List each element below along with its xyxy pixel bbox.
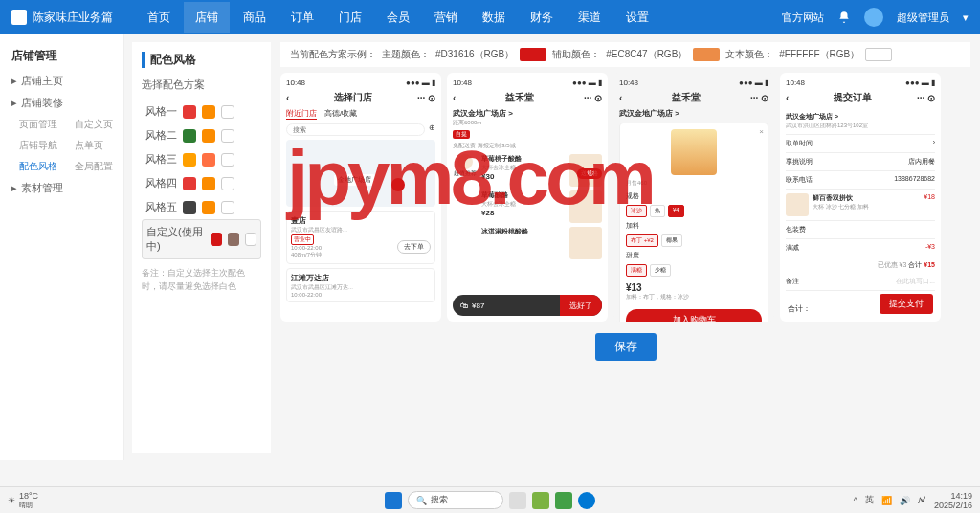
- save-button[interactable]: 保存: [595, 333, 657, 361]
- preview-phone-3: 10:48●●● ▬ ▮ ‹益禾堂··· ⊙ 武汉金地广场店 > × 月售460…: [613, 73, 774, 322]
- sidebar-title: 店铺管理: [0, 42, 123, 70]
- aux-swatch: [693, 48, 720, 61]
- scheme-note: 备注：自定义选择主次配色时，请尽量避免选择白色: [142, 267, 261, 293]
- nav-营销[interactable]: 营销: [423, 2, 469, 33]
- scheme-label: 选择配色方案: [142, 78, 261, 92]
- nav-店铺[interactable]: 店铺: [184, 2, 230, 33]
- theme-swatch: [520, 48, 546, 61]
- nav-会员[interactable]: 会员: [375, 2, 421, 33]
- sidebar-item[interactable]: 页面管理自定义页: [0, 114, 123, 135]
- taskbar-search[interactable]: 🔍搜索: [408, 491, 503, 509]
- nav-财务[interactable]: 财务: [519, 2, 565, 33]
- color-bar: 当前配色方案示例： 主题颜色：#D31616（RGB） 辅助颜色：#EC8C47…: [280, 42, 970, 67]
- sidebar-group[interactable]: ▸ 素材管理: [0, 177, 123, 199]
- tray-wifi-icon[interactable]: 📶: [881, 496, 892, 505]
- add-cart-button[interactable]: 加入购物车: [626, 309, 762, 322]
- preview-phone-2: 10:48●●● ▬ ▮ ‹益禾堂··· ⊙ 武汉金地广场店 > 距离6000m…: [447, 73, 608, 322]
- edge-icon[interactable]: [578, 492, 595, 509]
- sidebar-group[interactable]: ▸ 店铺装修: [0, 92, 123, 114]
- submit-pay-button[interactable]: 提交支付: [880, 294, 933, 314]
- scheme-风格五[interactable]: 风格五: [142, 195, 261, 219]
- nav-门店[interactable]: 门店: [327, 2, 373, 33]
- scheme-风格二[interactable]: 风格二: [142, 123, 261, 147]
- windows-icon[interactable]: [385, 492, 402, 509]
- tray-volume-icon[interactable]: 🔊: [900, 496, 910, 505]
- scheme-自定义[interactable]: 自定义(使用中): [142, 219, 261, 259]
- top-nav: 首页店铺商品订单门店会员营销数据财务渠道设置: [136, 2, 660, 33]
- preview-phone-1: 10:48●●● ▬ ▮ ‹选择门店··· ⊙ 附近门店高德/收藏 ⊕ 金地广场…: [280, 73, 441, 322]
- order-button[interactable]: 去下单: [397, 240, 431, 254]
- nav-商品[interactable]: 商品: [232, 2, 278, 33]
- official-site-link[interactable]: 官方网站: [782, 11, 824, 25]
- tray-chevron-icon[interactable]: ^: [854, 496, 858, 505]
- tray-ime-icon[interactable]: 英: [865, 494, 874, 506]
- scheme-风格四[interactable]: 风格四: [142, 171, 261, 195]
- sidebar-item[interactable]: 配色风格全局配置: [0, 156, 123, 177]
- scheme-风格一[interactable]: 风格一: [142, 100, 261, 123]
- preview-phone-4: 10:48●●● ▬ ▮ ‹提交订单··· ⊙ 武汉金地广场店 >武汉市洪山区团…: [780, 73, 941, 322]
- target-icon[interactable]: ⊕: [429, 123, 435, 136]
- text-swatch: [865, 48, 892, 61]
- map-pin-icon: [391, 178, 405, 191]
- page-title: 配色风格: [142, 52, 261, 68]
- nav-订单[interactable]: 订单: [279, 2, 325, 33]
- user-role: 超级管理员: [897, 11, 949, 25]
- search-input[interactable]: [286, 123, 425, 136]
- nav-首页[interactable]: 首页: [136, 2, 182, 33]
- tray-battery-icon[interactable]: 🗲: [918, 496, 926, 505]
- app-icon[interactable]: [532, 492, 549, 509]
- app-logo: 陈家味庄业务篇: [11, 10, 113, 26]
- taskbar: ☀18°C晴朗 🔍搜索 ^ 英 📶 🔊 🗲 14:192025/2/16: [0, 486, 980, 513]
- checkout-button[interactable]: 选好了: [560, 295, 602, 316]
- sidebar-group[interactable]: ▸ 店铺主页: [0, 70, 123, 92]
- app-icon[interactable]: [509, 492, 526, 509]
- avatar[interactable]: [864, 8, 883, 27]
- app-icon[interactable]: [555, 492, 572, 509]
- bell-icon[interactable]: [837, 11, 851, 24]
- nav-数据[interactable]: 数据: [471, 2, 517, 33]
- nav-设置[interactable]: 设置: [614, 2, 660, 33]
- sidebar-item[interactable]: 店铺导航点单页: [0, 135, 123, 156]
- nav-渠道[interactable]: 渠道: [567, 2, 612, 33]
- scheme-风格三[interactable]: 风格三: [142, 147, 261, 171]
- close-icon[interactable]: ×: [759, 127, 764, 136]
- chevron-down-icon[interactable]: ▾: [963, 11, 969, 24]
